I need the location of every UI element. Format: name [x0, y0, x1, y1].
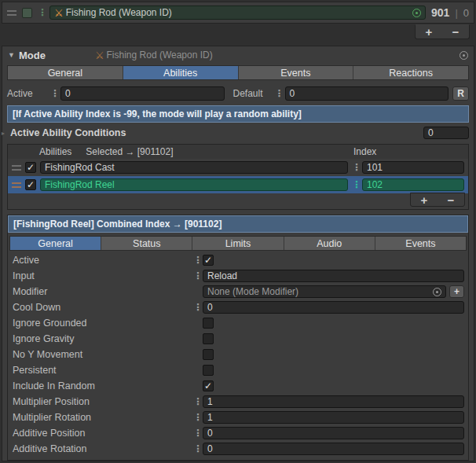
object-picker-icon[interactable]: [412, 9, 421, 17]
selected-combined-header: Selected → [901102]: [86, 146, 173, 157]
kebab-menu-icon[interactable]: ⋮: [193, 271, 203, 281]
id-separator: |: [455, 7, 457, 19]
ability-name: FishingRod Reel: [45, 179, 115, 190]
random-ability-info-bar: [If Active Ability Index is -99, the mod…: [7, 105, 469, 123]
modifier-object-field[interactable]: None (Mode Modifier): [203, 285, 446, 298]
tab-reactions[interactable]: Reactions: [353, 66, 468, 79]
field-label: No Y Movement: [13, 349, 193, 360]
field-label: Active: [13, 255, 193, 266]
field-row-ignore-grounded: Ignore Grounded: [8, 315, 468, 331]
kebab-menu-icon[interactable]: ⋮: [275, 89, 281, 98]
random-ability-info-text: [If Active Ability Index is -99, the mod…: [13, 108, 302, 119]
mode-object-field: ⚔ Fishing Rod (Weapon ID): [95, 50, 456, 61]
field-label: Multiplier Rotation: [13, 412, 193, 423]
weapon-enabled-toggle[interactable]: [22, 8, 32, 18]
add-modifier-button[interactable]: +: [449, 285, 464, 298]
remove-ability-button[interactable]: −: [448, 194, 455, 206]
multiplier-position-input[interactable]: 1: [203, 395, 464, 408]
active-checkbox[interactable]: [203, 255, 214, 266]
weapon-object-field[interactable]: ⚔ Fishing Rod (Weapon ID): [49, 6, 426, 20]
multiplier-rotation-input[interactable]: 1: [203, 411, 464, 424]
kebab-menu-icon[interactable]: ⋮: [193, 303, 203, 312]
conditions-label: Active Ability Conditions: [10, 127, 126, 138]
field-label: Include In Random: [13, 380, 193, 391]
field-row-cool-down: Cool Down ⋮ 0: [8, 299, 468, 315]
field-label: Additive Position: [13, 428, 193, 439]
ability-row-reel[interactable]: FishingRod Reel ⋮ 102: [8, 176, 468, 193]
kebab-menu-icon[interactable]: ⋮: [352, 163, 358, 172]
ignore-gravity-checkbox[interactable]: [203, 333, 214, 344]
weapon-list-footer: + −: [415, 24, 470, 39]
field-label: Additive Rotation: [13, 443, 193, 454]
object-picker-icon[interactable]: [433, 288, 441, 296]
tab-status[interactable]: Status: [101, 237, 192, 250]
remove-weapon-button[interactable]: −: [452, 26, 460, 38]
include-in-random-checkbox[interactable]: [203, 380, 214, 391]
field-label: Ignore Gravity: [13, 333, 193, 344]
kebab-menu-icon[interactable]: ⋮: [193, 428, 203, 438]
input-name-input[interactable]: Reload: [203, 270, 464, 282]
combined-index-section: [FishingRod Reel] Combined Index → [9011…: [7, 215, 469, 461]
crossed-swords-icon: ⚔: [95, 50, 104, 61]
ability-index: 102: [367, 179, 383, 190]
reset-button[interactable]: R: [452, 86, 469, 101]
active-default-row: Active ⋮ 0 Default ⋮ 0 R: [2, 86, 474, 101]
ability-name-input[interactable]: FishingRod Cast: [40, 161, 348, 174]
default-input[interactable]: 0: [285, 86, 449, 101]
active-ability-conditions-row: ▸ Active Ability Conditions 0: [2, 125, 474, 141]
field-row-additive-rotation: Additive Rotation ⋮ 0: [8, 441, 468, 457]
kebab-menu-icon[interactable]: ⋮: [193, 444, 203, 454]
mode-header[interactable]: ▼ Mode ⚔ Fishing Rod (Weapon ID): [2, 46, 474, 64]
field-label: Cool Down: [13, 302, 193, 313]
mode-picker-icon[interactable]: [460, 51, 468, 60]
tab-general[interactable]: General: [8, 66, 123, 79]
ability-index-input[interactable]: 102: [362, 178, 464, 191]
no-y-movement-checkbox[interactable]: [203, 349, 214, 360]
tab-abilities[interactable]: Abilities: [123, 66, 238, 79]
tab-general[interactable]: General: [10, 237, 101, 250]
foldout-open-icon[interactable]: ▼: [8, 51, 15, 59]
multiplier-position-value: 1: [207, 396, 213, 407]
foldout-closed-icon[interactable]: ▸: [2, 130, 5, 137]
drag-handle-icon[interactable]: [12, 165, 21, 171]
field-label: Multiplier Position: [13, 396, 193, 407]
mode-object-label: Fishing Rod (Weapon ID): [107, 50, 213, 61]
add-weapon-button[interactable]: +: [426, 26, 433, 38]
add-ability-button[interactable]: +: [421, 194, 428, 206]
ability-row-cast[interactable]: FishingRod Cast ⋮ 101: [8, 159, 468, 176]
kebab-menu-icon[interactable]: ⋮: [193, 397, 203, 406]
persistent-checkbox[interactable]: [203, 365, 214, 376]
ignore-grounded-checkbox[interactable]: [203, 318, 214, 329]
kebab-menu-icon[interactable]: ⋮: [38, 8, 44, 17]
conditions-count-input[interactable]: 0: [423, 127, 469, 139]
tab-limits[interactable]: Limits: [192, 237, 283, 250]
weapon-list-row[interactable]: ⋮ ⚔ Fishing Rod (Weapon ID) 901 | 0: [2, 2, 474, 24]
additive-position-input[interactable]: 0: [203, 427, 464, 439]
additive-rotation-input[interactable]: 0: [203, 443, 464, 455]
multiplier-rotation-value: 1: [207, 412, 213, 423]
field-row-modifier: Modifier None (Mode Modifier) +: [8, 284, 468, 299]
kebab-menu-icon[interactable]: ⋮: [50, 89, 57, 98]
ability-tab-bar: General Status Limits Audio Events: [9, 236, 467, 251]
ability-enabled-checkbox[interactable]: [25, 162, 36, 173]
combined-index-header-text: [FishingRod Reel] Combined Index → [9011…: [13, 219, 222, 230]
cool-down-value: 0: [207, 302, 213, 313]
field-row-no-y-movement: No Y Movement: [8, 347, 468, 362]
tab-audio[interactable]: Audio: [284, 237, 375, 250]
active-input[interactable]: 0: [60, 86, 225, 101]
ability-name-input[interactable]: FishingRod Reel: [40, 178, 348, 191]
field-row-multiplier-position: Multiplier Position ⋮ 1: [8, 394, 468, 410]
modifier-value: None (Mode Modifier): [207, 286, 433, 297]
ability-enabled-checkbox[interactable]: [25, 179, 36, 190]
ability-index-input[interactable]: 101: [362, 161, 464, 174]
field-row-include-in-random: Include In Random: [8, 378, 468, 394]
tab-events[interactable]: Events: [238, 66, 353, 79]
field-label: Modifier: [13, 286, 193, 297]
drag-handle-icon[interactable]: [7, 10, 16, 16]
kebab-menu-icon[interactable]: ⋮: [193, 255, 203, 265]
cool-down-input[interactable]: 0: [203, 301, 464, 314]
kebab-menu-icon[interactable]: ⋮: [193, 413, 203, 422]
drag-handle-icon[interactable]: [12, 182, 21, 188]
kebab-menu-icon[interactable]: ⋮: [352, 180, 358, 189]
tab-events[interactable]: Events: [375, 237, 466, 250]
